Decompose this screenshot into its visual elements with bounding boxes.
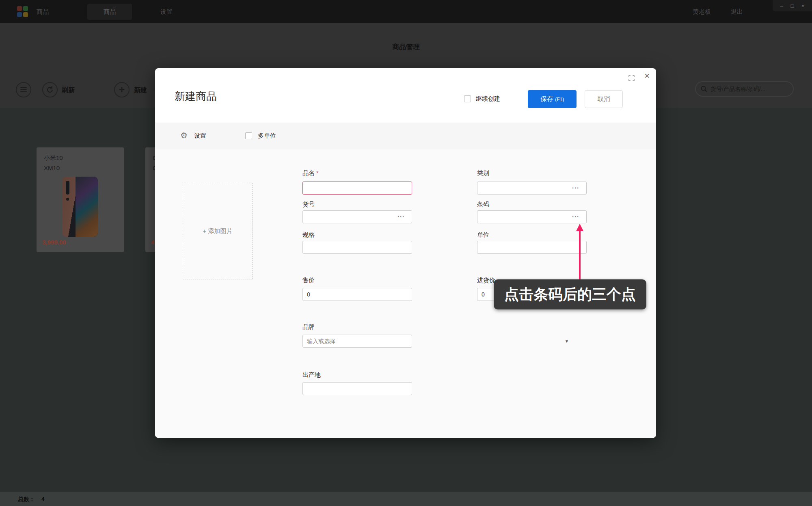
sale-price-input[interactable] (302, 288, 412, 301)
app-screen: 商品 商品 设置 黄老板 退出 – □ × 商品管理 刷新 + 新建 小米10 … (0, 0, 812, 506)
menu-button[interactable] (16, 82, 31, 97)
new-product-dialog: 新建商品 × 继续创建 保存 (F1) 取消 ⚙ 设置 多单位 + 添加图片 品 (155, 68, 656, 438)
product-price: 3,999.00 (42, 239, 66, 246)
tab-products[interactable]: 商品 (87, 4, 132, 20)
close-window-icon[interactable]: × (801, 3, 805, 9)
barcode-more-icon[interactable]: ··· (571, 211, 583, 223)
logo-square-red (17, 6, 22, 11)
logo-square-green (23, 6, 28, 11)
search-icon (701, 86, 707, 92)
add-image-button[interactable]: + 添加图片 (183, 183, 253, 279)
refresh-icon (46, 86, 54, 94)
field-label-barcode: 条码 (477, 201, 489, 208)
window-controls: – □ × (773, 0, 812, 11)
required-asterisk: * (316, 169, 319, 176)
status-bar: 总数： 4 (0, 492, 812, 506)
product-name: 小米10 (44, 154, 63, 162)
refresh-label[interactable]: 刷新 (62, 86, 75, 95)
annotation-arrow-head (576, 224, 583, 231)
multi-unit-label: 多单位 (258, 132, 276, 140)
top-navigation-bar: 商品 商品 设置 黄老板 退出 – □ × (0, 0, 812, 23)
field-label-unit: 单位 (477, 231, 489, 239)
close-dialog-icon[interactable]: × (644, 71, 650, 80)
continue-create-label: 继续创建 (476, 95, 500, 103)
page-title: 商品管理 (0, 42, 812, 52)
product-card[interactable]: 小米10 XM10 3,999.00 (37, 147, 124, 252)
chevron-down-icon[interactable]: ▼ (565, 339, 569, 344)
plus-icon: + (119, 84, 125, 95)
field-label-spec: 规格 (302, 231, 315, 239)
spec-input[interactable] (302, 241, 412, 254)
hamburger-icon (20, 86, 27, 93)
unit-input[interactable] (477, 241, 587, 254)
multi-unit-checkbox[interactable] (245, 132, 252, 139)
annotation-arrow (579, 231, 581, 279)
user-menu[interactable]: 黄老板 (693, 0, 711, 23)
barcode-input[interactable] (477, 210, 587, 223)
item-no-input[interactable] (302, 210, 412, 223)
dialog-settings-bar: ⚙ 设置 多单位 (155, 123, 656, 149)
total-count-label: 总数： (18, 496, 35, 503)
maximize-icon[interactable]: □ (790, 3, 794, 9)
field-label-purchase-price: 进货价 (477, 277, 495, 284)
minimize-icon[interactable]: – (780, 3, 783, 9)
item-no-more-icon[interactable]: ··· (397, 211, 409, 223)
category-input[interactable] (477, 182, 587, 195)
category-more-icon[interactable]: ··· (571, 182, 583, 194)
search-box[interactable] (695, 81, 794, 97)
field-label-category: 类别 (477, 169, 489, 177)
brand-select[interactable] (302, 335, 412, 348)
tab-settings[interactable]: 设置 (160, 0, 173, 23)
logout-button[interactable]: 退出 (731, 0, 743, 23)
annotation-tooltip: 点击条码后的三个点 (494, 279, 646, 309)
field-label-name: 品名* (302, 169, 319, 177)
field-label-item-no: 货号 (302, 201, 315, 208)
maximize-dialog-icon[interactable] (628, 75, 635, 82)
continue-create-checkbox[interactable] (464, 95, 471, 102)
logo-square-blue (17, 12, 22, 17)
save-shortcut: (F1) (555, 97, 564, 102)
dialog-title: 新建商品 (175, 89, 217, 104)
field-label-sale-price: 售价 (302, 277, 315, 284)
origin-input[interactable] (302, 382, 412, 395)
field-label-brand: 品牌 (302, 323, 315, 331)
create-button[interactable]: + (114, 82, 130, 97)
search-input[interactable] (710, 86, 784, 92)
continue-create-option[interactable]: 继续创建 (464, 95, 500, 103)
app-label: 商品 (37, 0, 49, 23)
multi-unit-option[interactable]: 多单位 (245, 132, 276, 140)
settings-link[interactable]: 设置 (194, 132, 206, 140)
create-label[interactable]: 新建 (134, 86, 147, 95)
field-label-origin: 出产地 (302, 371, 321, 379)
save-button[interactable]: 保存 (F1) (528, 90, 577, 108)
refresh-button[interactable] (42, 82, 58, 97)
product-sku: XM10 (44, 164, 60, 171)
app-logo-icon (17, 6, 28, 17)
logo-square-yellow (23, 12, 28, 17)
name-input[interactable] (302, 182, 412, 195)
total-count-value: 4 (41, 496, 45, 502)
gear-icon[interactable]: ⚙ (180, 130, 188, 140)
cancel-button[interactable]: 取消 (585, 90, 623, 108)
product-image (62, 177, 98, 237)
